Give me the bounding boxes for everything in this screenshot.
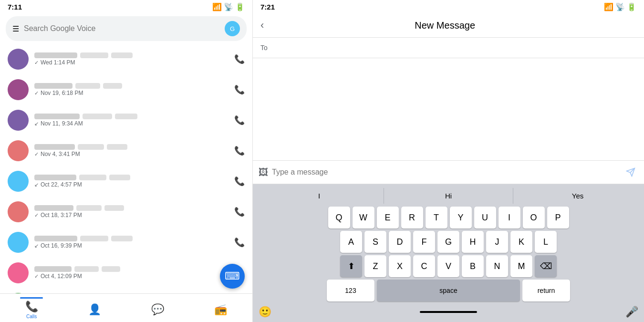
contact-item[interactable]: ✓ Nov 19, 6:18 PM📞 <box>0 74 252 105</box>
contact-info: ✓ Oct 18, 3:17 PM <box>34 205 229 218</box>
keyboard-key[interactable]: V <box>437 255 459 277</box>
call-button[interactable]: 📞 <box>234 145 245 156</box>
call-button[interactable]: 📞 <box>234 115 245 125</box>
bottom-nav: 📞 Calls 👤 💬 📻 <box>0 293 252 322</box>
image-attach-icon[interactable]: 🖼 <box>259 167 268 178</box>
keyboard-key[interactable]: space <box>377 280 520 301</box>
time-right: 7:21 <box>260 3 275 11</box>
nav-voicemail[interactable]: 📻 <box>189 294 252 322</box>
keyboard-key[interactable]: E <box>377 207 399 229</box>
keyboard-key[interactable]: L <box>535 231 557 253</box>
contact-item[interactable]: ✓ Sep 26, 8:26 AM📞 <box>0 288 252 293</box>
compose-fab[interactable]: ⌨ <box>220 264 245 289</box>
keyboard-key[interactable]: Y <box>450 207 472 229</box>
contact-name-row <box>34 52 229 58</box>
call-button[interactable]: 📞 <box>234 176 245 187</box>
keyboard-key[interactable]: S <box>364 231 386 253</box>
keyboard-key[interactable]: return <box>522 280 570 301</box>
search-input[interactable] <box>24 24 220 33</box>
keyboard-key[interactable]: T <box>426 207 447 229</box>
calls-label: Calls <box>26 314 37 319</box>
keyboard: IHiYes QWERTYUIOP ASDFGHJKL ⬆ZXCVBNM⌫ 12… <box>253 184 644 322</box>
contact-item[interactable]: ✓ Wed 1:14 PM📞 <box>0 44 252 74</box>
contact-time: ✓ Oct 4, 12:09 PM <box>34 273 229 280</box>
contact-avatar <box>8 201 29 222</box>
keyboard-key[interactable]: P <box>547 207 569 229</box>
nav-messages[interactable]: 💬 <box>126 294 189 322</box>
contact-avatar <box>8 232 29 253</box>
calls-icon: 📞 <box>25 301 38 313</box>
page-title: New Message <box>270 20 620 31</box>
back-button[interactable]: ‹ <box>260 19 264 31</box>
keyboard-key[interactable]: R <box>401 207 423 229</box>
keyboard-key[interactable]: Z <box>364 255 386 277</box>
message-area <box>253 58 644 160</box>
keyboard-key[interactable]: B <box>462 255 484 277</box>
contact-avatar <box>8 79 29 100</box>
wifi-icon: 📡 <box>224 2 233 11</box>
battery-icon-right: 🔋 <box>627 2 636 11</box>
contact-name-row <box>34 236 229 241</box>
contact-item[interactable]: ↙ Oct 22, 4:57 PM📞 <box>0 166 252 197</box>
keyboard-key[interactable]: ⬆ <box>340 255 362 277</box>
keyboard-key[interactable]: N <box>486 255 508 277</box>
contact-item[interactable]: ↙ Nov 11, 9:34 AM📞 <box>0 105 252 135</box>
contact-item[interactable]: ✓ Nov 4, 3:41 PM📞 <box>0 135 252 166</box>
search-bar[interactable]: ☰ G <box>6 16 247 41</box>
status-bar-right: 7:21 📶 📡 🔋 <box>253 0 644 13</box>
call-button[interactable]: 📞 <box>234 207 245 217</box>
keyboard-key[interactable]: Q <box>328 207 350 229</box>
send-button[interactable] <box>623 165 638 180</box>
contact-info: ✓ Nov 19, 6:18 PM <box>34 83 229 96</box>
nav-calls[interactable]: 📞 Calls <box>0 294 63 322</box>
keyboard-key[interactable]: W <box>353 207 374 229</box>
keyboard-key[interactable]: K <box>510 231 532 253</box>
keyboard-key[interactable]: A <box>340 231 362 253</box>
emoji-button[interactable]: 🙂 <box>259 306 271 318</box>
contact-item[interactable]: ✓ Oct 18, 3:17 PM📞 <box>0 197 252 227</box>
right-panel: 7:21 📶 📡 🔋 ‹ New Message To 🖼 IHiYes <box>253 0 644 322</box>
call-button[interactable]: 📞 <box>234 54 245 64</box>
keyboard-suggestion[interactable]: I <box>255 188 384 204</box>
contact-info: ↙ Oct 16, 9:39 PM <box>34 236 229 249</box>
contact-avatar <box>8 140 29 161</box>
keyboard-key[interactable]: M <box>510 255 532 277</box>
to-input[interactable] <box>271 43 636 52</box>
message-input[interactable] <box>272 168 619 177</box>
voicemail-icon: 📻 <box>214 303 227 316</box>
keyboard-key[interactable]: O <box>523 207 545 229</box>
status-icons-left: 📶 📡 🔋 <box>212 2 245 11</box>
keyboard-key[interactable]: 123 <box>327 280 374 301</box>
nav-contacts[interactable]: 👤 <box>63 294 126 322</box>
call-button[interactable]: 📞 <box>234 237 245 248</box>
microphone-button[interactable]: 🎤 <box>625 306 638 318</box>
contact-item[interactable]: ✓ Oct 4, 12:09 PM📞 <box>0 258 252 288</box>
keyboard-key[interactable]: C <box>413 255 435 277</box>
user-avatar[interactable]: G <box>225 21 240 36</box>
signal-icon-right: 📶 <box>604 2 613 11</box>
keyboard-key[interactable]: ⌫ <box>535 255 557 277</box>
contact-name-row <box>34 114 229 119</box>
contact-item[interactable]: ↙ Oct 16, 9:39 PM📞 <box>0 227 252 258</box>
status-icons-right: 📶 📡 🔋 <box>604 2 636 11</box>
contact-time: ↙ Oct 22, 4:57 PM <box>34 181 229 188</box>
keyboard-suggestion[interactable]: Yes <box>513 188 642 204</box>
contact-name-row <box>34 266 229 272</box>
keyboard-key[interactable]: G <box>437 231 459 253</box>
hamburger-icon[interactable]: ☰ <box>12 24 19 33</box>
keyboard-key[interactable]: D <box>389 231 411 253</box>
contacts-icon: 👤 <box>88 303 101 316</box>
call-button[interactable]: 📞 <box>234 84 245 95</box>
keyboard-key[interactable]: U <box>474 207 496 229</box>
keyboard-suggestion[interactable]: Hi <box>384 188 513 204</box>
keyboard-key[interactable]: I <box>499 207 520 229</box>
keyboard-key[interactable]: F <box>413 231 435 253</box>
keyboard-key[interactable]: J <box>486 231 508 253</box>
keyboard-key[interactable]: X <box>389 255 411 277</box>
keyboard-row-3: ⬆ZXCVBNM⌫ <box>255 255 642 277</box>
keyboard-key[interactable]: H <box>462 231 484 253</box>
time-left: 7:11 <box>8 3 22 11</box>
messages-icon: 💬 <box>151 303 164 316</box>
wifi-icon-right: 📡 <box>615 2 625 11</box>
to-label: To <box>260 44 268 52</box>
